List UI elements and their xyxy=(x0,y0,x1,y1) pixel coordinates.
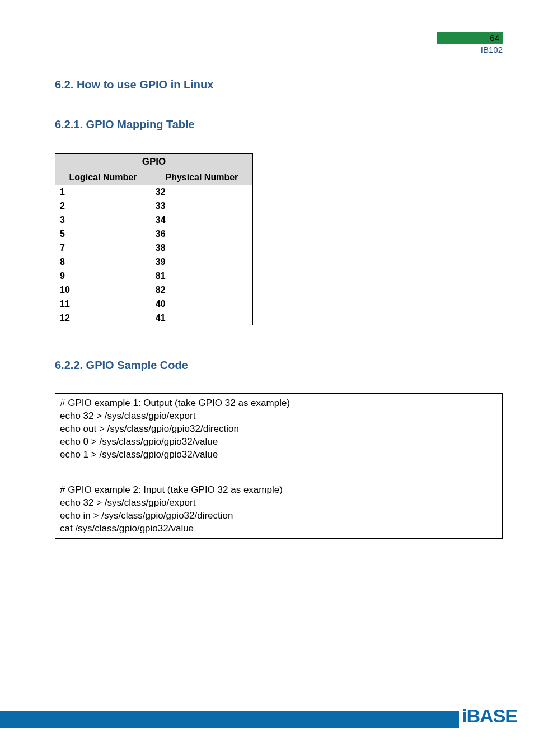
col-logical-header: Logical Number xyxy=(55,170,151,185)
code-line: echo 1 > /sys/class/gpio/gpio32/value xyxy=(60,449,498,461)
table-row: 334 xyxy=(55,213,253,227)
code-line: echo 0 > /sys/class/gpio/gpio32/value xyxy=(60,436,498,449)
code-line: echo 32 > /sys/class/gpio/export xyxy=(60,497,498,510)
cell-logical: 8 xyxy=(55,255,151,269)
code-line: echo 32 > /sys/class/gpio/export xyxy=(60,410,498,423)
cell-logical: 3 xyxy=(55,213,151,227)
code-line: cat /sys/class/gpio/gpio32/value xyxy=(60,522,498,535)
table-row: 132 xyxy=(55,185,253,199)
cell-logical: 2 xyxy=(55,199,151,213)
code-line: # GPIO example 2: Input (take GPIO 32 as… xyxy=(60,484,498,497)
cell-physical: 82 xyxy=(151,283,252,297)
cell-logical: 9 xyxy=(55,269,151,283)
cell-physical: 38 xyxy=(151,241,252,255)
cell-physical: 40 xyxy=(151,297,252,311)
cell-physical: 39 xyxy=(151,255,252,269)
table-row: 536 xyxy=(55,227,253,241)
page-number: 64 xyxy=(490,33,499,43)
table-row: 981 xyxy=(55,269,253,283)
heading-6-2-2: 6.2.2. GPIO Sample Code xyxy=(55,359,503,372)
cell-physical: 33 xyxy=(151,199,252,213)
table-row: 1241 xyxy=(55,311,253,325)
table-title-row: GPIO xyxy=(55,154,253,170)
cell-logical: 5 xyxy=(55,227,151,241)
cell-logical: 10 xyxy=(55,283,151,297)
table-row: 1082 xyxy=(55,283,253,297)
cell-logical: 7 xyxy=(55,241,151,255)
footer-bar xyxy=(0,711,459,728)
cell-physical: 81 xyxy=(151,269,252,283)
table-title: GPIO xyxy=(55,154,253,170)
cell-logical: 1 xyxy=(55,185,151,199)
code-sample-box: # GPIO example 1: Output (take GPIO 32 a… xyxy=(55,393,503,539)
code-spacer xyxy=(60,461,498,484)
table-row: 233 xyxy=(55,199,253,213)
code-line: # GPIO example 1: Output (take GPIO 32 a… xyxy=(60,397,498,410)
table-row: 1140 xyxy=(55,297,253,311)
heading-6-2: 6.2. How to use GPIO in Linux xyxy=(55,78,503,91)
table-header-row: Logical Number Physical Number xyxy=(55,170,253,185)
cell-physical: 34 xyxy=(151,213,252,227)
code-line: echo in > /sys/class/gpio/gpio32/directi… xyxy=(60,510,498,522)
table-row: 738 xyxy=(55,241,253,255)
cell-physical: 32 xyxy=(151,185,252,199)
cell-physical: 41 xyxy=(151,311,252,325)
col-physical-header: Physical Number xyxy=(151,170,252,185)
cell-logical: 12 xyxy=(55,311,151,325)
page-content: 6.2. How to use GPIO in Linux 6.2.1. GPI… xyxy=(55,78,503,539)
heading-6-2-1: 6.2.1. GPIO Mapping Table xyxy=(55,118,503,131)
code-line: echo out > /sys/class/gpio/gpio32/direct… xyxy=(60,423,498,436)
gpio-mapping-table: GPIO Logical Number Physical Number 132 … xyxy=(55,153,253,325)
cell-physical: 36 xyxy=(151,227,252,241)
document-id: IB102 xyxy=(481,45,503,54)
brand-logo: iBASE xyxy=(462,705,517,727)
cell-logical: 11 xyxy=(55,297,151,311)
table-row: 839 xyxy=(55,255,253,269)
page-number-badge: 64 xyxy=(437,32,503,44)
